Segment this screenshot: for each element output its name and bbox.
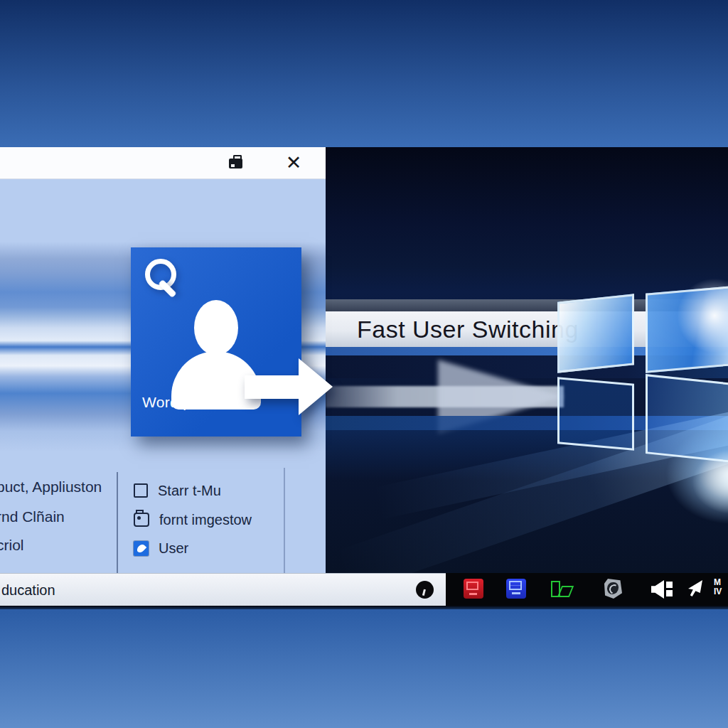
- option-row-user[interactable]: User: [134, 538, 188, 558]
- vertical-divider-left: [117, 472, 118, 573]
- option-row-font[interactable]: fornt imgestow: [134, 510, 252, 530]
- blue-monitor-screen: [509, 581, 522, 590]
- windows-pane-bottom-left: [557, 377, 634, 450]
- volume-speaker: [651, 580, 664, 599]
- taskbar-left: ducation: [0, 573, 446, 606]
- tray-clipped-text: M IV: [714, 578, 728, 596]
- vertical-divider-right: [284, 468, 285, 573]
- windows-pane-top-left: [557, 294, 634, 373]
- briefcase-dot: [231, 164, 235, 167]
- user-silhouette-icon: [194, 300, 238, 355]
- desktop: ✕ puct, Appliuston rnd Clñain criol Star…: [0, 0, 728, 728]
- hero-headline: Fast User Switching: [326, 316, 579, 343]
- red-monitor-screen: [466, 582, 478, 590]
- volume-bar: [666, 590, 673, 596]
- cursor-icon: [688, 580, 702, 596]
- logo-glow-top: [661, 262, 728, 369]
- option-label: User: [159, 540, 188, 557]
- arrow-tail: [245, 375, 299, 399]
- windows-logo: [555, 274, 728, 501]
- taskbar-shadow: [0, 606, 728, 609]
- briefcase-icon[interactable]: [229, 155, 245, 169]
- option-label: Starr t-Mu: [158, 483, 221, 499]
- camera-outline-icon[interactable]: [134, 513, 149, 527]
- taskbar-status-text: ducation: [1, 574, 55, 606]
- red-monitor-icon[interactable]: [464, 579, 483, 599]
- tile-label: Word procusotor: [142, 394, 255, 411]
- option-label: fornt imgestow: [159, 512, 252, 528]
- taskbar-right: M IV: [446, 573, 728, 606]
- menu-item-1[interactable]: puct, Appliuston: [0, 478, 124, 496]
- app-tile-word-processor[interactable]: Word procusotor: [131, 247, 301, 437]
- volume-icon[interactable]: [651, 579, 675, 600]
- arrow-head: [299, 358, 333, 415]
- checkbox-empty-icon[interactable]: [134, 483, 148, 498]
- menu-item-3[interactable]: criol: [0, 537, 124, 554]
- app-window: ✕ puct, Appliuston rnd Clñain criol Star…: [0, 147, 728, 609]
- right-panel: Fast User Switching: [326, 147, 728, 573]
- titlebar: ✕: [0, 147, 326, 179]
- checkbox-checked-icon[interactable]: [134, 541, 149, 556]
- green-chart-icon[interactable]: [550, 579, 575, 600]
- menu-item-2[interactable]: rnd Clñain: [0, 508, 124, 525]
- option-row-start-menu[interactable]: Starr t-Mu: [134, 481, 221, 500]
- tray-text-line2: IV: [714, 587, 728, 596]
- arrow-right-icon: [245, 358, 351, 415]
- blue-monitor-icon[interactable]: [506, 579, 526, 599]
- gray-shield-icon[interactable]: [604, 579, 622, 599]
- volume-bar: [666, 582, 673, 588]
- clock-icon[interactable]: [416, 581, 434, 599]
- blue-monitor-base: [512, 592, 520, 594]
- close-button[interactable]: ✕: [282, 151, 306, 174]
- red-monitor-base: [469, 593, 477, 595]
- logo-glow-bottom: [674, 436, 728, 528]
